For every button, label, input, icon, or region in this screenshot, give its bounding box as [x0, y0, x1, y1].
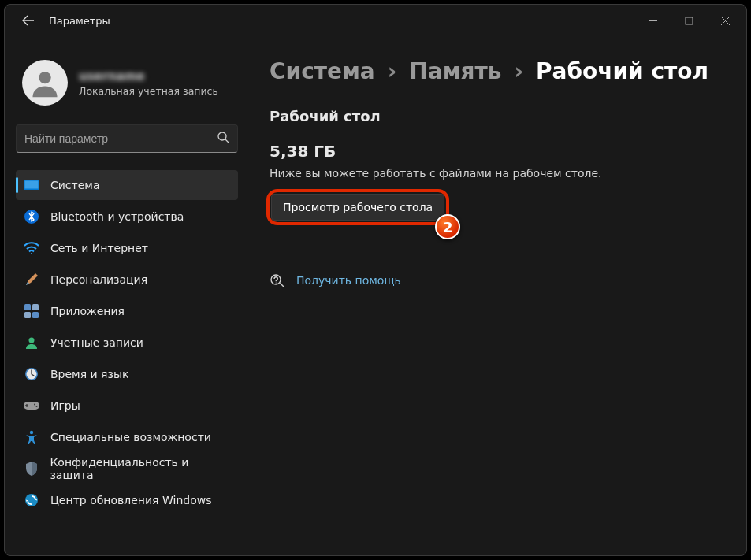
- nav-label: Центр обновления Windows: [50, 494, 211, 506]
- profile-block[interactable]: username Локальная учетная запись: [22, 60, 235, 106]
- nav-label: Учетные записи: [50, 336, 143, 349]
- back-button[interactable]: [16, 14, 41, 27]
- search-box[interactable]: [16, 124, 238, 153]
- nav-list: Система Bluetooth и устройства Сеть и Ин…: [16, 170, 238, 515]
- svg-point-15: [29, 338, 35, 343]
- help-icon: [270, 273, 285, 288]
- svg-rect-1: [686, 17, 693, 24]
- profile-name: username: [79, 69, 218, 83]
- svg-rect-12: [32, 304, 39, 310]
- nav-label: Конфиденциальность и защита: [50, 456, 230, 481]
- nav-label: Сеть и Интернет: [50, 242, 148, 254]
- sidebar-item-apps[interactable]: Приложения: [16, 296, 238, 326]
- button-label: Просмотр рабочего стола: [283, 201, 433, 213]
- sidebar-item-bluetooth[interactable]: Bluetooth и устройства: [16, 202, 238, 232]
- svg-line-6: [225, 139, 229, 143]
- get-help-link[interactable]: Получить помощь: [296, 274, 401, 287]
- svg-rect-8: [25, 181, 39, 189]
- breadcrumb-l1[interactable]: Система: [270, 58, 375, 84]
- breadcrumb: Система › Память › Рабочий стол: [270, 58, 726, 84]
- sidebar-item-personalization[interactable]: Персонализация: [16, 265, 238, 295]
- person-icon: [24, 335, 39, 350]
- chevron-right-icon: ›: [514, 58, 523, 84]
- bluetooth-icon: [24, 209, 39, 224]
- section-title: Рабочий стол: [270, 108, 726, 124]
- sidebar-item-update[interactable]: Центр обновления Windows: [16, 485, 238, 515]
- paintbrush-icon: [24, 272, 39, 287]
- nav-label: Время и язык: [50, 368, 128, 380]
- close-button[interactable]: [707, 8, 743, 33]
- sidebar-item-accounts[interactable]: Учетные записи: [16, 328, 238, 358]
- nav-label: Игры: [50, 399, 80, 412]
- accessibility-icon: [24, 429, 39, 445]
- svg-point-4: [39, 72, 50, 83]
- nav-label: Система: [50, 179, 99, 191]
- main-pane: Система › Память › Рабочий стол Рабочий …: [249, 36, 746, 555]
- clock-icon: [24, 366, 39, 382]
- sidebar-item-time[interactable]: Время и язык: [16, 359, 238, 389]
- svg-point-10: [31, 253, 32, 254]
- sidebar-item-system[interactable]: Система: [16, 170, 238, 200]
- search-icon: [217, 131, 229, 146]
- svg-rect-11: [24, 304, 31, 310]
- gamepad-icon: [24, 398, 39, 414]
- breadcrumb-l2[interactable]: Память: [409, 58, 501, 84]
- annotation-badge: 2: [435, 214, 460, 239]
- maximize-button[interactable]: [671, 8, 707, 33]
- view-desktop-button[interactable]: Просмотр рабочего стола: [271, 194, 444, 221]
- storage-size: 5,38 ГБ: [270, 142, 726, 161]
- sidebar-item-accessibility[interactable]: Специальные возможности: [16, 422, 238, 452]
- sidebar-item-gaming[interactable]: Игры: [16, 391, 238, 421]
- sidebar-item-privacy[interactable]: Конфиденциальность и защита: [16, 454, 238, 484]
- annotation-highlight: Просмотр рабочего стола 2: [266, 189, 449, 225]
- avatar: [22, 60, 68, 106]
- nav-label: Специальные возможности: [50, 431, 211, 443]
- svg-point-5: [218, 132, 226, 140]
- apps-icon: [24, 303, 39, 319]
- svg-point-21: [30, 431, 33, 434]
- svg-rect-14: [32, 312, 39, 318]
- wifi-icon: [24, 240, 39, 256]
- breadcrumb-l3: Рабочий стол: [536, 58, 708, 84]
- svg-point-20: [36, 406, 38, 407]
- profile-subtext: Локальная учетная запись: [79, 85, 218, 97]
- svg-rect-13: [24, 312, 31, 318]
- display-icon: [24, 177, 39, 193]
- window-title: Параметры: [49, 15, 110, 27]
- search-input[interactable]: [24, 132, 217, 145]
- nav-label: Персонализация: [50, 273, 147, 286]
- svg-point-24: [276, 282, 277, 283]
- sidebar: username Локальная учетная запись Систем…: [5, 36, 249, 555]
- svg-point-19: [34, 404, 35, 406]
- chevron-right-icon: ›: [388, 58, 397, 84]
- nav-label: Bluetooth и устройства: [50, 210, 184, 223]
- shield-icon: [24, 461, 39, 477]
- update-icon: [24, 492, 39, 508]
- titlebar: Параметры: [5, 5, 746, 36]
- description-text: Ниже вы можете работать с файлами на раб…: [270, 167, 726, 180]
- nav-label: Приложения: [50, 305, 125, 317]
- minimize-button[interactable]: [634, 8, 671, 33]
- sidebar-item-network[interactable]: Сеть и Интернет: [16, 233, 238, 263]
